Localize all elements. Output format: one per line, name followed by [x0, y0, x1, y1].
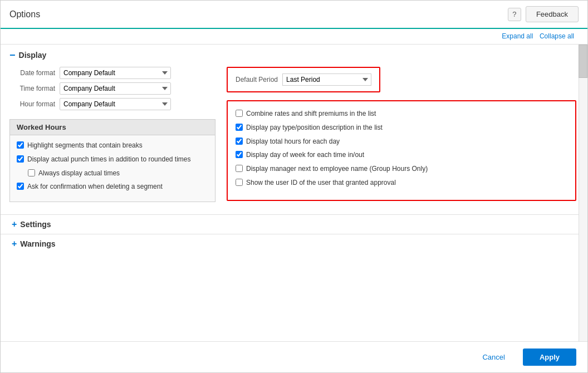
warnings-section: + Warnings: [1, 234, 587, 253]
hour-format-select[interactable]: Company Default: [60, 98, 171, 110]
header-right: ? Feedback: [508, 6, 579, 22]
checkbox-combine-rates: Combine rates and shift premiums in the …: [236, 109, 567, 119]
warnings-title: Warnings: [20, 239, 55, 248]
checkbox-actual-punch: Display actual punch times in addition t…: [17, 155, 208, 164]
date-format-select[interactable]: Company Default: [60, 67, 171, 79]
hour-format-label: Hour format: [9, 100, 60, 108]
display-manager-label: Display manager next to employee name (G…: [246, 164, 428, 174]
worked-hours-checkboxes-left: Highlight segments that contain breaks D…: [10, 135, 215, 202]
worked-hours-box: Worked Hours Highlight segments that con…: [9, 119, 215, 202]
display-section-content: Date format Company Default Time format …: [9, 67, 576, 209]
date-format-row: Date format Company Default: [9, 67, 215, 79]
time-format-row: Time format Company Default: [9, 82, 215, 95]
always-actual-checkbox[interactable]: [28, 169, 35, 176]
settings-header[interactable]: + Settings: [12, 219, 576, 229]
show-user-id-checkbox[interactable]: [236, 179, 243, 186]
display-section: − Display Date format Company Default Ti…: [1, 45, 587, 214]
dialog-footer: Cancel Apply: [1, 341, 587, 372]
display-pay-type-checkbox[interactable]: [236, 124, 243, 131]
checkbox-highlight-breaks: Highlight segments that contain breaks: [17, 141, 208, 150]
display-manager-checkbox[interactable]: [236, 165, 243, 172]
collapse-all-link[interactable]: Collapse all: [540, 32, 574, 41]
scrollbar-thumb[interactable]: [579, 45, 587, 78]
display-right-panel: Default Period Last Period Current Perio…: [227, 67, 576, 209]
help-button[interactable]: ?: [508, 8, 521, 21]
display-section-title: Display: [19, 51, 47, 60]
checkbox-confirm-delete: Ask for confirmation when deleting a seg…: [17, 182, 208, 192]
display-day-of-week-label: Display day of week for each time in/out: [246, 150, 364, 160]
scrollbar-track[interactable]: [579, 45, 587, 341]
settings-expand-icon: +: [12, 219, 17, 229]
feedback-button[interactable]: Feedback: [526, 6, 579, 22]
options-dialog: Options ? Feedback Expand all Collapse a…: [0, 0, 588, 373]
default-period-box: Default Period Last Period Current Perio…: [227, 67, 380, 92]
dialog-title: Options: [9, 9, 40, 19]
highlight-breaks-checkbox[interactable]: [17, 141, 24, 149]
checkbox-show-user-id: Show the user ID of the user that grante…: [236, 178, 567, 188]
display-section-header: − Display: [9, 50, 576, 60]
checkbox-display-pay-type: Display pay type/position description in…: [236, 123, 567, 132]
checkbox-always-actual: Always display actual times: [28, 169, 208, 178]
default-period-select[interactable]: Last Period Current Period Next Period: [282, 73, 371, 86]
confirm-delete-label: Ask for confirmation when deleting a seg…: [27, 182, 163, 192]
hour-format-row: Hour format Company Default: [9, 98, 215, 110]
warnings-expand-icon: +: [12, 239, 17, 249]
display-collapse-icon[interactable]: −: [9, 50, 16, 60]
expand-all-link[interactable]: Expand all: [502, 32, 533, 41]
display-total-hours-checkbox[interactable]: [236, 138, 243, 145]
apply-button[interactable]: Apply: [523, 349, 576, 366]
settings-title: Settings: [20, 220, 51, 229]
worked-hours-title: Worked Hours: [10, 120, 215, 135]
display-left-panel: Date format Company Default Time format …: [9, 67, 215, 209]
date-format-label: Date format: [9, 69, 60, 77]
dialog-body: − Display Date format Company Default Ti…: [1, 45, 587, 341]
dialog-toolbar: Expand all Collapse all: [1, 29, 587, 45]
checkbox-display-total-hours: Display total hours for each day: [236, 137, 567, 146]
worked-hours-checkboxes-right: Combine rates and shift premiums in the …: [227, 100, 576, 201]
checkbox-display-manager: Display manager next to employee name (G…: [236, 164, 567, 174]
combine-rates-checkbox[interactable]: [236, 110, 243, 117]
dialog-header: Options ? Feedback: [1, 1, 587, 29]
default-period-label: Default Period: [236, 76, 278, 84]
time-format-select[interactable]: Company Default: [60, 82, 171, 95]
show-user-id-label: Show the user ID of the user that grante…: [246, 178, 396, 188]
actual-punch-label: Display actual punch times in addition t…: [27, 155, 191, 164]
expand-collapse-controls: Expand all Collapse all: [502, 32, 574, 41]
time-format-label: Time format: [9, 85, 60, 92]
warnings-header[interactable]: + Warnings: [12, 239, 576, 249]
actual-punch-checkbox[interactable]: [17, 155, 24, 163]
display-total-hours-label: Display total hours for each day: [246, 137, 340, 146]
always-actual-label: Always display actual times: [38, 169, 120, 178]
display-day-of-week-checkbox[interactable]: [236, 151, 243, 158]
settings-section: + Settings: [1, 214, 587, 234]
highlight-breaks-label: Highlight segments that contain breaks: [27, 141, 143, 150]
confirm-delete-checkbox[interactable]: [17, 183, 24, 190]
combine-rates-label: Combine rates and shift premiums in the …: [246, 109, 376, 119]
display-pay-type-label: Display pay type/position description in…: [246, 123, 383, 132]
checkbox-display-day-of-week: Display day of week for each time in/out: [236, 150, 567, 160]
cancel-button[interactable]: Cancel: [470, 349, 517, 366]
